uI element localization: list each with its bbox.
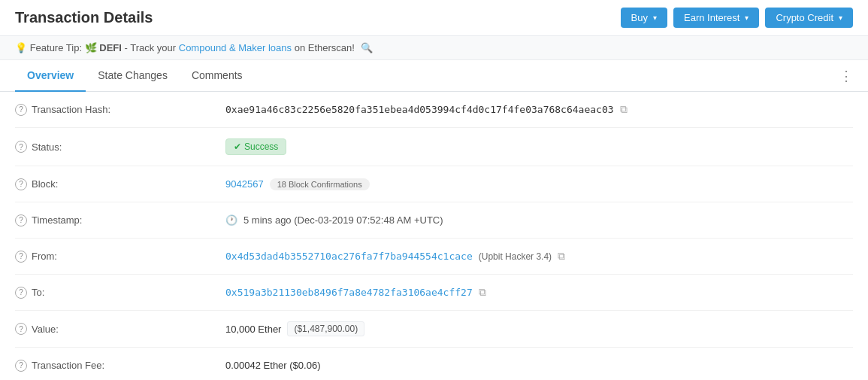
- fee-value: 0.00042 Ether ($0.06): [225, 360, 853, 371]
- tab-overview[interactable]: Overview: [15, 60, 86, 92]
- block-row: ? Block: 9042567 18 Block Confirmations: [15, 166, 853, 202]
- to-label: ? To:: [15, 287, 225, 299]
- from-label: ? From:: [15, 251, 225, 263]
- from-copy-icon[interactable]: ⧉: [558, 250, 565, 263]
- to-copy-icon[interactable]: ⧉: [479, 286, 486, 299]
- block-help-icon[interactable]: ?: [15, 178, 27, 190]
- compound-maker-link[interactable]: Compound & Maker loans: [179, 42, 292, 53]
- from-row: ? From: 0x4d53dad4b3552710ac276fa7f7ba94…: [15, 239, 853, 275]
- tab-comments[interactable]: Comments: [180, 60, 255, 92]
- to-row: ? To: 0x519a3b21130eb8496f7a8e4782fa3106…: [15, 275, 853, 311]
- timestamp-row: ? Timestamp: 🕐 5 mins ago (Dec-03-2019 0…: [15, 202, 853, 239]
- transaction-hash-label: ? Transaction Hash:: [15, 104, 225, 116]
- to-address-link[interactable]: 0x519a3b21130eb8496f7a8e4782fa3106ae4cff…: [225, 287, 473, 298]
- status-row: ? Status: ✔ Success: [15, 128, 853, 166]
- header: Transaction Details Buy ▾ Earn Interest …: [0, 0, 868, 36]
- value-label: ? Value:: [15, 323, 225, 335]
- status-label: ? Status:: [15, 141, 225, 153]
- timestamp-text: 5 mins ago (Dec-03-2019 07:52:48 AM +UTC…: [243, 214, 443, 226]
- defi-icon: 🌿: [85, 42, 100, 53]
- value-content: 10,000 Ether ($1,487,900.00): [225, 321, 853, 336]
- feature-tip: 💡 Feature Tip: 🌿 DEFI - Track your Compo…: [0, 36, 868, 60]
- earn-chevron-icon: ▾: [745, 14, 749, 22]
- tip-bulb-icon: 💡: [15, 42, 27, 53]
- content-area: ? Transaction Hash: 0xae91a46c83c2256e58…: [0, 92, 868, 380]
- status-value: ✔ Success: [225, 138, 853, 155]
- fee-text: 0.00042 Ether ($0.06): [225, 360, 320, 371]
- earn-interest-button[interactable]: Earn Interest ▾: [673, 8, 759, 28]
- tab-bar: Overview State Changes Comments ⋮: [0, 60, 868, 92]
- search-icon: 🔍: [361, 42, 373, 53]
- crypto-credit-button[interactable]: Crypto Credit ▾: [765, 8, 853, 28]
- hash-copy-icon[interactable]: ⧉: [620, 103, 628, 116]
- header-buttons: Buy ▾ Earn Interest ▾ Crypto Credit ▾: [621, 8, 853, 28]
- status-badge: ✔ Success: [225, 138, 286, 155]
- value-ether: 10,000 Ether: [225, 324, 281, 335]
- value-row: ? Value: 10,000 Ether ($1,487,900.00): [15, 311, 853, 348]
- value-help-icon[interactable]: ?: [15, 323, 27, 335]
- block-number-link[interactable]: 9042567: [225, 178, 264, 190]
- timestamp-help-icon[interactable]: ?: [15, 214, 27, 226]
- from-value: 0x4d53dad4b3552710ac276fa7f7ba944554c1ca…: [225, 250, 853, 263]
- to-help-icon[interactable]: ?: [15, 287, 27, 299]
- buy-chevron-icon: ▾: [653, 14, 657, 22]
- fee-label: ? Transaction Fee:: [15, 360, 225, 372]
- hash-help-icon[interactable]: ?: [15, 104, 27, 116]
- check-icon: ✔: [234, 141, 241, 152]
- confirmations-badge: 18 Block Confirmations: [270, 178, 370, 190]
- block-value: 9042567 18 Block Confirmations: [225, 178, 853, 190]
- clock-icon: 🕐: [225, 214, 237, 226]
- from-address-name: (Upbit Hacker 3.4): [479, 251, 552, 262]
- fee-help-icon[interactable]: ?: [15, 360, 27, 372]
- tab-state-changes[interactable]: State Changes: [86, 60, 180, 92]
- block-label: ? Block:: [15, 178, 225, 190]
- timestamp-label: ? Timestamp:: [15, 214, 225, 226]
- transaction-hash-row: ? Transaction Hash: 0xae91a46c83c2256e58…: [15, 92, 853, 128]
- to-value: 0x519a3b21130eb8496f7a8e4782fa3106ae4cff…: [225, 286, 853, 299]
- page-title: Transaction Details: [15, 9, 153, 26]
- from-address-link[interactable]: 0x4d53dad4b3552710ac276fa7f7ba944554c1ca…: [225, 251, 473, 262]
- value-usd: ($1,487,900.00): [287, 321, 364, 336]
- timestamp-value: 🕐 5 mins ago (Dec-03-2019 07:52:48 AM +U…: [225, 214, 853, 226]
- tab-options-button[interactable]: ⋮: [839, 60, 853, 91]
- crypto-chevron-icon: ▾: [839, 14, 842, 22]
- status-help-icon[interactable]: ?: [15, 141, 27, 153]
- transaction-hash-value: 0xae91a46c83c2256e5820fa351ebea4d053994c…: [225, 103, 853, 116]
- hash-text: 0xae91a46c83c2256e5820fa351ebea4d053994c…: [225, 104, 614, 115]
- buy-button[interactable]: Buy ▾: [621, 8, 667, 28]
- fee-row: ? Transaction Fee: 0.00042 Ether ($0.06): [15, 348, 853, 380]
- from-help-icon[interactable]: ?: [15, 251, 27, 263]
